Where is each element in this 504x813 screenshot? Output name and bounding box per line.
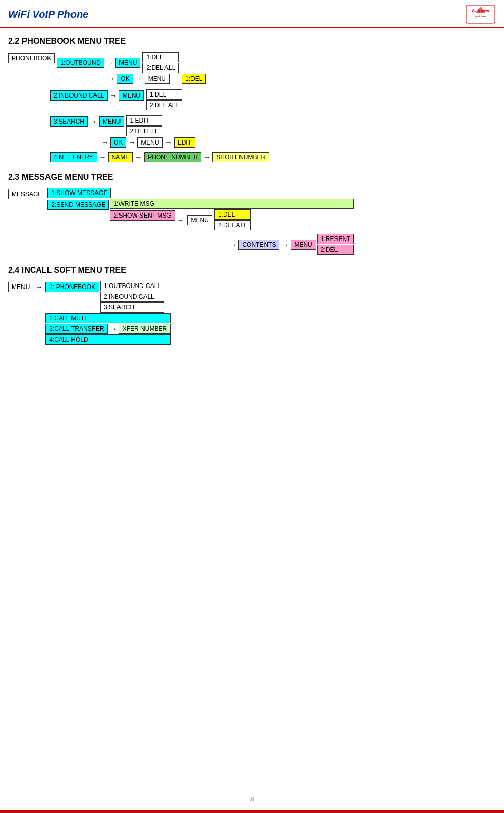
arrow-inbound: →: [110, 91, 117, 100]
logo: Acrowave systems: [465, 4, 496, 25]
xfer-number-node: XFER NUMBER: [119, 324, 171, 334]
phonebook-24-node: 1: PHONEBOOK: [45, 282, 99, 292]
message-node: MESSAGE: [8, 189, 45, 199]
menu-24-node: MENU: [8, 282, 33, 292]
header: WiFi VoIP Phone Acrowave systems: [0, 0, 504, 28]
phone-number-node: PHONE NUMBER: [144, 152, 201, 162]
del-sent-node: 1:DEL: [214, 209, 251, 220]
arrow-search: →: [90, 117, 97, 126]
section24-tree: MENU → 1: PHONEBOOK 1:OUTBOUND CALL 2:IN…: [8, 281, 496, 345]
arrow-ok-search: →: [101, 138, 108, 147]
app-title: WiFi VoIP Phone: [8, 9, 88, 20]
name-node: NAME: [108, 152, 133, 162]
menu-inbound: MENU: [119, 90, 144, 101]
del2-node: 2:DEL: [317, 245, 354, 255]
show-message-node: 1:SHOW MESSAGE: [47, 188, 111, 198]
arrow-menu2: →: [281, 241, 289, 249]
arrow-short: →: [203, 153, 210, 161]
arrow-edit: →: [165, 138, 172, 147]
ok-node1: OK: [117, 74, 133, 84]
show-sent-msg-node: 2:SHOW SENT MSG: [110, 210, 175, 221]
edit-node: 1:EDIT: [126, 115, 162, 126]
arrow-xfer: →: [110, 325, 117, 333]
arrow-phone: →: [135, 153, 142, 161]
del-yellow-node1: 1:DEL: [182, 74, 206, 84]
menu-sent-node: MENU: [187, 215, 212, 225]
arrow-ok1: →: [108, 75, 115, 83]
arrow-net: →: [99, 153, 106, 161]
section22-tree: PHONEBOOK 1:OUTBOUND → MENU 1:DEL 2:DEL …: [8, 52, 496, 162]
section22-heading: 2.2 PHONEBOOK MENU TREE: [8, 37, 496, 46]
search-node: 3:SEARCH: [50, 116, 88, 127]
menu2-node: MENU: [291, 240, 316, 250]
inbound-call-node: 2:INBOUND CALL: [100, 292, 164, 302]
section23-tree: MESSAGE 1:SHOW MESSAGE 2:SEND MESSAGE 1:…: [8, 188, 496, 255]
arrow-sent: →: [177, 216, 184, 224]
resent-node: 1:RESENT: [317, 234, 354, 244]
del-all-inbound: 2:DEL ALL: [146, 100, 182, 110]
inbound-node: 2:INBOUND CALL: [50, 90, 108, 101]
contents-node: CONTENTS: [238, 240, 279, 250]
write-msg-node: 1:WRITE MSG: [110, 199, 354, 209]
menu-node1b: MENU: [145, 74, 170, 84]
svg-text:systems: systems: [475, 15, 486, 18]
del-inbound: 1:DEL: [146, 89, 182, 100]
net-entry-node: 4:NET ENTRY: [50, 152, 97, 162]
arrow-ok2: →: [135, 75, 142, 83]
send-message-node: 2:SEND MESSAGE: [47, 200, 109, 210]
phonebook-node: PHONEBOOK: [8, 53, 55, 63]
bottom-bar: [0, 810, 504, 813]
call-transfer-node: 3:CALL TRANSFER: [45, 324, 107, 334]
section24-heading: 2,4 INCALL SOFT MENU TREE: [8, 266, 496, 275]
del-node1: 1:DEL: [142, 52, 179, 62]
menu-node1: MENU: [115, 58, 140, 68]
outbound-call-node: 1:OUTBOUND CALL: [100, 281, 164, 291]
arrow-ok-search2: →: [128, 138, 135, 147]
arrow-contents: →: [229, 241, 236, 249]
arrow-24: →: [35, 283, 42, 291]
del-all-node1: 2:DEL ALL: [142, 63, 179, 73]
edit-yellow: EDIT: [174, 137, 195, 148]
arrow1: →: [106, 59, 113, 67]
menu-search2: MENU: [137, 137, 162, 148]
delete-node: 2:DELETE: [126, 126, 162, 136]
ok-search: OK: [110, 137, 126, 148]
search-call-node: 3:SEARCH: [100, 302, 164, 313]
page-number: 8: [250, 795, 254, 803]
menu-search: MENU: [99, 116, 124, 127]
call-mute-node: 2:CALL MUTE: [45, 313, 171, 323]
outbound-node: 1:OUTBOUND: [57, 58, 104, 68]
short-number-node: SHORT NUMBER: [212, 152, 269, 162]
call-hold-node: 4:CALL HOLD: [45, 334, 171, 345]
del-all-sent-node: 2:DEL ALL: [214, 220, 251, 230]
section23-heading: 2.3 MESSAGE MENU TREE: [8, 173, 496, 182]
